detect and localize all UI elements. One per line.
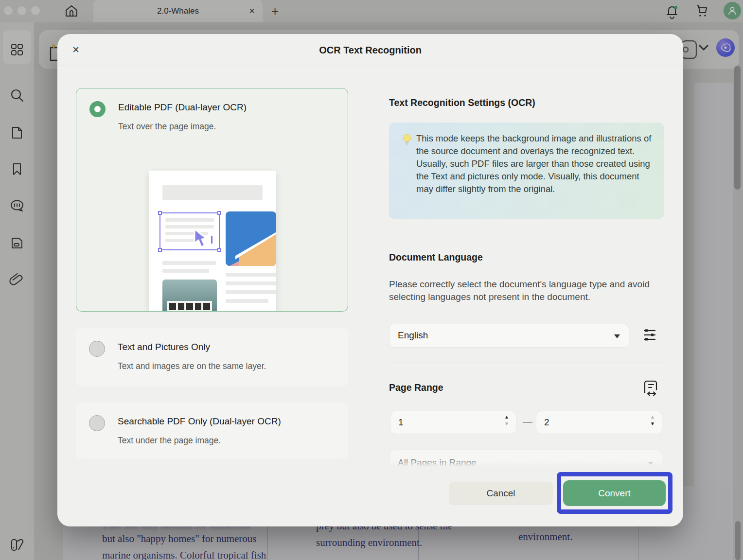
scroll-fade — [389, 460, 662, 467]
language-select[interactable]: English — [389, 324, 629, 348]
ocr-dialog: × OCR Text Recognition Editable PDF (Dua… — [57, 34, 683, 526]
page-from-field[interactable]: ▲ ▼ — [390, 411, 516, 434]
radio-unselected-icon[interactable] — [89, 415, 105, 431]
option-searchable-pdf[interactable]: Searchable PDF Only (Dual-layer OCR) Tex… — [76, 402, 348, 459]
cancel-label: Cancel — [486, 488, 515, 499]
option-subtitle: Text under the page image. — [118, 436, 221, 446]
option-editable-pdf[interactable]: Editable PDF (Dual-layer OCR) Text over … — [76, 88, 348, 312]
page-range-picker-button[interactable] — [643, 379, 659, 399]
page-to-field[interactable]: ▲ ▼ — [536, 411, 662, 434]
tip-text: This mode keeps the background image and… — [416, 132, 655, 195]
step-up-icon[interactable]: ▲ — [650, 415, 655, 420]
illustration-photo-windows — [162, 280, 217, 312]
app-window: 2.0-Whales × + — [0, 0, 743, 560]
radio-selected-icon[interactable] — [89, 101, 106, 117]
page-range-icon — [643, 379, 659, 399]
illustration-photo-building — [226, 211, 276, 266]
settings-heading: Text Recognition Settings (OCR) — [389, 97, 535, 108]
language-selected-value: English — [398, 330, 428, 341]
language-description: Please correctly select the document's l… — [389, 278, 652, 303]
section-divider — [389, 363, 664, 363]
language-advanced-button[interactable] — [642, 327, 657, 343]
step-down-icon[interactable]: ▼ — [650, 421, 655, 426]
dropdown-caret-icon — [614, 334, 620, 338]
option-subtitle: Text and images are on the same layer. — [118, 361, 266, 371]
option-title: Searchable PDF Only (Dual-layer OCR) — [118, 416, 281, 427]
step-up-icon[interactable]: ▲ — [504, 415, 509, 420]
range-separator: — — [523, 416, 532, 427]
tip-box: This mode keeps the background image and… — [389, 122, 664, 219]
lightbulb-icon — [402, 133, 412, 147]
stepper-arrows[interactable]: ▲ ▼ — [504, 415, 509, 426]
step-down-icon[interactable]: ▼ — [504, 421, 509, 426]
action-highlight-box — [557, 472, 672, 514]
page-from-input[interactable] — [398, 411, 491, 434]
option-text-pictures-only[interactable]: Text and Pictures Only Text and images a… — [76, 328, 348, 386]
option-subtitle: Text over the page image. — [118, 122, 216, 132]
sliders-icon — [642, 327, 657, 343]
option-title: Editable PDF (Dual-layer OCR) — [118, 102, 247, 113]
cursor-icon — [191, 227, 212, 250]
dialog-title: OCR Text Recognition — [57, 45, 683, 56]
option-title: Text and Pictures Only — [118, 342, 210, 352]
page-to-input[interactable] — [544, 411, 637, 434]
dialog-header: × OCR Text Recognition — [57, 34, 683, 66]
ocr-mode-illustration — [149, 171, 276, 312]
radio-unselected-icon[interactable] — [89, 341, 105, 357]
stepper-arrows[interactable]: ▲ ▼ — [650, 415, 655, 426]
page-range-heading: Page Range — [389, 382, 443, 393]
cancel-button[interactable]: Cancel — [449, 482, 553, 505]
language-heading: Document Language — [389, 252, 483, 263]
